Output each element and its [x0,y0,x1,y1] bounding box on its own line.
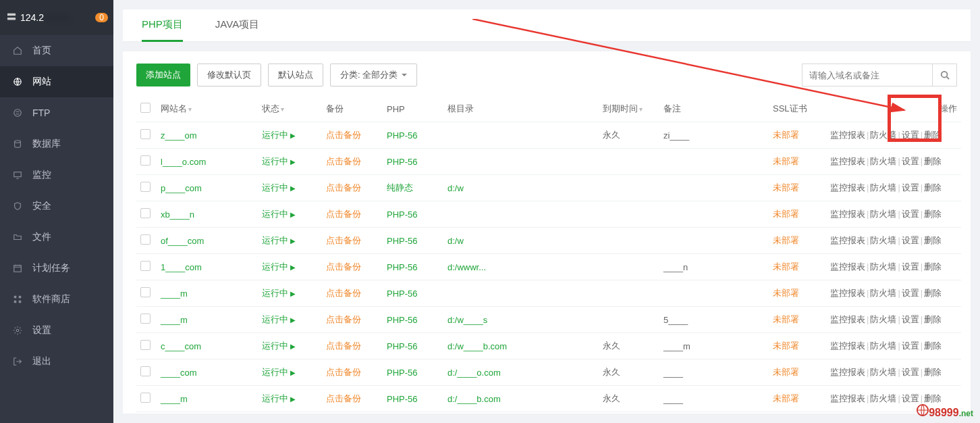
root-path-link[interactable]: d:/w____s [447,315,487,325]
sidebar-item-shield[interactable]: 安全 [0,191,113,222]
site-name-link[interactable]: 1____com [161,262,202,272]
site-name-link[interactable]: p____com [161,183,202,193]
sidebar-item-monitor[interactable]: 监控 [0,159,113,191]
op-settings[interactable]: 设置 [902,182,919,193]
backup-link[interactable]: 点击备份 [326,314,361,324]
op-delete[interactable]: 删除 [924,314,942,324]
col-status[interactable]: 状态▾ [258,96,322,122]
root-path-link[interactable]: d:/wwwr... [447,262,486,272]
op-firewall[interactable]: 防火墙 [870,235,896,245]
op-report[interactable]: 监控报表 [830,341,865,351]
backup-link[interactable]: 点击备份 [326,262,361,272]
site-name-link[interactable]: of____com [161,236,204,246]
php-version-link[interactable]: PHP-56 [387,157,418,167]
modify-default-page-button[interactable]: 修改默认页 [197,64,261,86]
site-name-link[interactable]: xb____n [161,209,194,220]
op-settings[interactable]: 设置 [902,341,919,351]
row-checkbox[interactable] [140,155,151,166]
tab-php[interactable]: PHP项目 [142,9,183,42]
sidebar-item-gear[interactable]: 设置 [0,315,113,346]
sidebar-item-db[interactable]: 数据库 [0,128,113,159]
op-settings[interactable]: 设置 [902,209,919,219]
backup-link[interactable]: 点击备份 [326,130,361,140]
ssl-status[interactable]: 未部署 [773,341,799,351]
col-expire[interactable]: 到期时间▾ [599,96,659,122]
sidebar-item-home[interactable]: 首页 [0,35,113,66]
sidebar-item-exit[interactable]: 退出 [0,346,113,377]
site-name-link[interactable]: ____m [161,394,188,404]
backup-link[interactable]: 点击备份 [326,156,361,166]
row-checkbox[interactable] [140,261,151,271]
op-firewall[interactable]: 防火墙 [870,156,896,166]
sidebar-item-ftp[interactable]: FTP [0,97,113,128]
op-delete[interactable]: 删除 [924,156,942,166]
op-settings[interactable]: 设置 [902,314,919,324]
site-name-link[interactable]: ____m [161,289,188,299]
op-report[interactable]: 监控报表 [830,393,865,403]
op-firewall[interactable]: 防火墙 [870,182,896,193]
row-checkbox[interactable] [140,129,151,139]
ssl-status[interactable]: 未部署 [773,235,799,245]
op-report[interactable]: 监控报表 [830,235,865,245]
backup-link[interactable]: 点击备份 [326,341,361,351]
default-site-button[interactable]: 默认站点 [268,64,323,86]
root-path-link[interactable]: d:/w____b.com [447,341,507,351]
op-report[interactable]: 监控报表 [830,209,865,219]
site-name-link[interactable]: ____m [161,315,188,325]
ssl-status[interactable]: 未部署 [773,130,799,140]
op-firewall[interactable]: 防火墙 [870,314,896,324]
op-report[interactable]: 监控报表 [830,262,865,272]
row-checkbox[interactable] [140,393,151,403]
php-version-link[interactable]: PHP-56 [387,341,418,351]
op-delete[interactable]: 删除 [924,262,942,272]
site-name-link[interactable]: c____com [161,341,201,351]
row-checkbox[interactable] [140,208,151,218]
op-settings[interactable]: 设置 [902,156,919,166]
row-checkbox[interactable] [140,340,151,350]
notification-badge[interactable]: 0 [95,13,108,22]
ssl-status[interactable]: 未部署 [773,393,799,403]
col-name[interactable]: 网站名▾ [157,96,258,122]
op-delete[interactable]: 删除 [924,209,942,219]
backup-link[interactable]: 点击备份 [326,182,361,193]
category-select[interactable]: 分类: 全部分类 [330,64,417,86]
op-delete[interactable]: 删除 [924,367,942,377]
search-input[interactable] [802,70,932,80]
op-report[interactable]: 监控报表 [830,182,865,193]
op-settings[interactable]: 设置 [902,235,919,245]
op-settings[interactable]: 设置 [902,130,919,140]
php-version-link[interactable]: PHP-56 [387,130,418,141]
ssl-status[interactable]: 未部署 [773,156,799,166]
op-firewall[interactable]: 防火墙 [870,341,896,351]
op-settings[interactable]: 设置 [902,262,919,272]
op-firewall[interactable]: 防火墙 [870,262,896,272]
ssl-status[interactable]: 未部署 [773,367,799,377]
sidebar-item-globe[interactable]: 网站 [0,66,113,97]
op-report[interactable]: 监控报表 [830,288,865,298]
add-site-button[interactable]: 添加站点 [136,64,190,86]
op-firewall[interactable]: 防火墙 [870,288,896,298]
op-report[interactable]: 监控报表 [830,156,865,166]
select-all-checkbox[interactable] [140,103,151,113]
backup-link[interactable]: 点击备份 [326,288,361,298]
tab-java[interactable]: JAVA项目 [215,9,259,42]
op-delete[interactable]: 删除 [924,341,942,351]
op-delete[interactable]: 删除 [924,235,942,245]
backup-link[interactable]: 点击备份 [326,393,361,403]
row-checkbox[interactable] [140,366,151,376]
site-name-link[interactable]: z____om [161,130,196,141]
ssl-status[interactable]: 未部署 [773,182,799,193]
php-version-link[interactable]: PHP-56 [387,236,418,246]
ssl-status[interactable]: 未部署 [773,262,799,272]
row-checkbox[interactable] [140,182,151,192]
php-version-link[interactable]: PHP-56 [387,262,418,272]
php-version-link[interactable]: PHP-56 [387,289,418,299]
site-name-link[interactable]: ____com [161,368,196,378]
site-name-link[interactable]: l____o.com [161,157,206,167]
row-checkbox[interactable] [140,234,151,245]
op-firewall[interactable]: 防火墙 [870,209,896,219]
op-settings[interactable]: 设置 [902,367,919,377]
root-path-link[interactable]: d:/____b.com [447,394,501,404]
row-checkbox[interactable] [140,314,151,324]
ssl-status[interactable]: 未部署 [773,209,799,219]
